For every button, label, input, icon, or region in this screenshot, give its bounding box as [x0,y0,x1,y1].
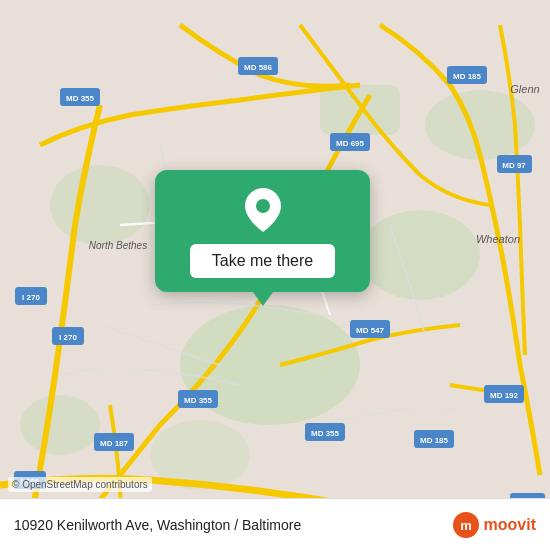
moovit-brand-label: moovit [484,516,536,534]
map-pin-icon [245,188,281,232]
svg-point-6 [20,395,100,455]
location-popup: Take me there [155,170,370,292]
svg-text:I 270: I 270 [59,333,77,342]
svg-text:Glenn: Glenn [510,83,539,95]
svg-text:MD 355: MD 355 [184,396,213,405]
svg-text:MD 185: MD 185 [420,436,449,445]
map-container: MD 355 MD 586 MD 185 MD 695 MD 97 Wheato… [0,0,550,550]
pin-icon-container [245,188,281,236]
svg-text:MD 547: MD 547 [356,326,385,335]
svg-text:MD 192: MD 192 [490,391,519,400]
take-me-there-button[interactable]: Take me there [190,244,335,278]
address-label: 10920 Kenilworth Ave, Washington / Balti… [14,517,301,533]
moovit-brand-icon: m [452,511,480,539]
svg-point-3 [50,165,150,245]
svg-text:MD 355: MD 355 [311,429,340,438]
svg-text:MD 695: MD 695 [336,139,365,148]
svg-point-41 [256,199,270,213]
svg-text:MD 187: MD 187 [100,439,129,448]
svg-text:MD 185: MD 185 [453,72,482,81]
bottom-bar: 10920 Kenilworth Ave, Washington / Balti… [0,498,550,550]
svg-point-2 [360,210,480,300]
svg-text:MD 97: MD 97 [502,161,526,170]
svg-text:Wheaton: Wheaton [476,233,520,245]
svg-text:MD 586: MD 586 [244,63,273,72]
svg-text:MD 355: MD 355 [66,94,95,103]
svg-text:North
Bethes: North Bethes [89,240,147,251]
svg-text:I 270: I 270 [22,293,40,302]
moovit-logo: m moovit [452,511,536,539]
copyright-text: © OpenStreetMap contributors [8,477,152,492]
svg-text:m: m [460,518,472,533]
